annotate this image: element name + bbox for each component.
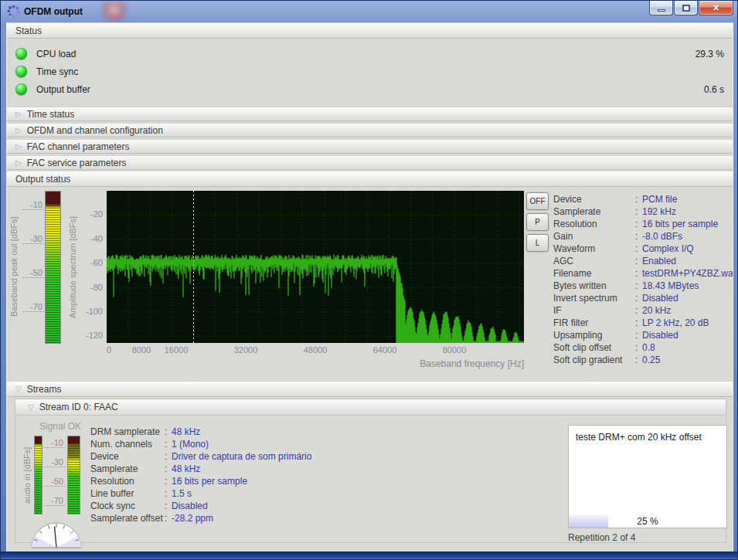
text-message-progress: 25 % — [569, 515, 726, 528]
info-label: IF — [553, 305, 635, 316]
info-separator — [635, 268, 642, 279]
collapsed-section-header[interactable]: ▷ FAC service parameters — [7, 155, 733, 170]
audio-meter-tick: -10 — [44, 439, 65, 448]
meter-led-segments — [35, 436, 42, 514]
info-label: Device — [90, 451, 165, 462]
audio-in-meter-right — [67, 436, 80, 514]
green-led-icon — [15, 83, 27, 95]
output-status-header-label: Output status — [15, 174, 70, 185]
info-label: Samplerate offset — [90, 513, 165, 524]
collapsed-section-header[interactable]: ▷ OFDM and channel configuration — [7, 123, 733, 137]
baseband-peak-meter — [45, 191, 61, 344]
y-tick-label: -20 — [80, 209, 103, 219]
info-value: Driver de captura de som primário — [172, 451, 311, 462]
info-value: -28.2 ppm — [172, 513, 213, 524]
stream-info-panel: DRM samplerate 48 kHz Num. channels 1 (M… — [90, 426, 369, 524]
status-row-label: Time sync — [36, 66, 78, 77]
info-separator — [635, 231, 642, 242]
section-header-output-status: Output status — [7, 171, 733, 187]
maximize-button[interactable] — [674, 1, 698, 15]
info-value: 48 kHz — [172, 426, 200, 437]
info-value: Disabled — [642, 293, 678, 304]
x-tick-label: 80000 — [443, 345, 467, 355]
info-value: 18.43 MBytes — [642, 280, 699, 291]
info-row: AGC Enabled — [553, 255, 733, 267]
info-separator — [635, 206, 642, 217]
status-header-label: Status — [15, 25, 42, 36]
section-header-status: Status — [7, 22, 733, 39]
audio-meter-tick: -70 — [44, 497, 65, 506]
info-separator — [635, 330, 642, 341]
info-separator — [165, 476, 172, 487]
info-row: Bytes written 18.43 MBytes — [553, 280, 733, 292]
info-label: Samplerate — [553, 206, 635, 217]
y-tick-label: -80 — [80, 283, 103, 293]
info-row: IF 20 kHz — [553, 304, 733, 317]
info-value: 192 kHz — [642, 206, 676, 217]
info-separator — [165, 463, 172, 474]
streams-header-label: Streams — [27, 384, 62, 395]
info-separator — [165, 439, 172, 450]
info-separator — [165, 451, 172, 462]
spectrum-log-button[interactable]: L — [526, 234, 549, 252]
background-glass-smudge — [104, 2, 127, 22]
spectrum-off-button[interactable]: OFF — [526, 192, 549, 210]
info-row: Gain -8.0 dBFs — [553, 230, 733, 243]
info-value: Complex I/Q — [642, 243, 694, 254]
x-tick-label: 16000 — [165, 345, 189, 355]
info-separator — [635, 256, 642, 266]
status-row-value: 29.3 % — [695, 49, 724, 59]
info-label: Device — [553, 194, 635, 205]
collapsed-section-label: OFDM and channel configuration — [27, 125, 163, 136]
x-tick-label: 8000 — [132, 345, 151, 355]
info-value: Disabled — [172, 501, 208, 511]
info-label: DRM samplerate — [90, 426, 165, 437]
expand-arrow-icon: ▽ — [28, 403, 34, 412]
info-separator — [635, 293, 642, 304]
y-tick-label: -60 — [80, 258, 103, 268]
info-label: Filename — [553, 268, 635, 279]
minimize-button[interactable] — [649, 1, 673, 15]
status-row: Time sync — [7, 66, 733, 78]
title-bar[interactable]: OFDM output × — [1, 1, 737, 22]
info-value: Enabled — [642, 256, 676, 266]
info-label: Bytes written — [553, 280, 635, 291]
info-separator — [635, 194, 642, 205]
info-row: Device PCM file — [553, 193, 733, 205]
info-label: Line buffer — [90, 488, 165, 499]
collapse-arrow-icon: ▷ — [15, 158, 22, 167]
close-button[interactable]: × — [699, 1, 733, 15]
info-value: LP 2 kHz, 20 dB — [642, 317, 709, 328]
meter-led-segments — [46, 192, 60, 343]
spectrum-peak-button[interactable]: P — [526, 213, 549, 231]
app-logo-icon — [7, 5, 20, 18]
collapsed-section-label: FAC service parameters — [27, 158, 127, 168]
info-row: Line buffer 1.5 s — [90, 487, 369, 500]
info-separator — [635, 342, 642, 353]
stream-0-frame: ▽ Stream ID 0: FAAC Signal OK audio in [… — [15, 399, 726, 543]
info-row: Resolution 16 bits per sample — [90, 475, 369, 487]
status-row: CPU load 29.3 % — [7, 48, 733, 60]
stream-0-header[interactable]: ▽ Stream ID 0: FAAC — [15, 399, 726, 416]
info-separator — [635, 317, 642, 328]
info-row: Samplerate 192 kHz — [553, 205, 733, 218]
info-value: 1 (Mono) — [172, 439, 209, 450]
collapse-arrow-icon: ▷ — [15, 110, 22, 118]
info-value: 16 bits per sample — [642, 219, 718, 229]
info-value: PCM file — [642, 194, 677, 205]
section-header-streams[interactable]: ▽ Streams — [7, 381, 733, 397]
collapsed-section-header[interactable]: ▷ FAC channel parameters — [7, 139, 733, 154]
info-value: 0.8 — [642, 342, 655, 353]
info-value: 16 bits per sample — [172, 476, 247, 487]
output-info-panel: Device PCM file Samplerate 192 kHz Resol… — [553, 193, 733, 366]
info-row: Clock sync Disabled — [90, 500, 369, 512]
collapse-arrow-icon: ▷ — [15, 142, 22, 151]
collapsed-section-header[interactable]: ▷ Time status — [7, 107, 733, 121]
text-message-box: teste DRM+ com 20 kHz offset 25 % — [568, 425, 727, 528]
info-row: Filename testDRM+PY4ZBZ.wav — [553, 267, 733, 280]
main-content: Status CPU load 29.3 % Time sync O — [6, 22, 733, 553]
info-label: Num. channels — [90, 439, 165, 450]
collapsed-section-label: Time status — [27, 109, 75, 120]
info-row: Invert spectrum Disabled — [553, 292, 733, 304]
progress-percent-label: 25 % — [569, 516, 726, 527]
